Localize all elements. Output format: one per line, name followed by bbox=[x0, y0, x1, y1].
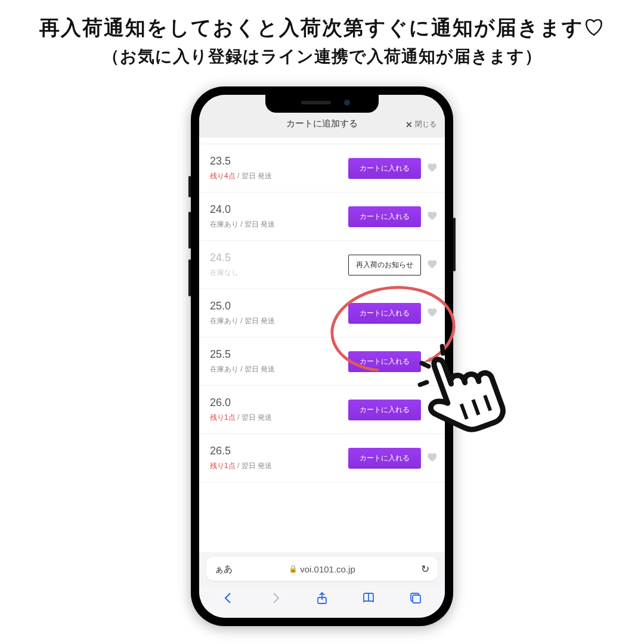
size-row: 24.0在庫あり / 翌日 発送カートに入れる bbox=[199, 193, 445, 241]
phone-mockup: カートに追加する ✕ 閉じる 23.5残り4点 / 翌日 発送カートに入れる24… bbox=[191, 86, 453, 626]
share-button[interactable] bbox=[315, 591, 329, 608]
add-to-cart-button[interactable]: カートに入れる bbox=[348, 448, 421, 469]
text-size-control[interactable]: ぁあ bbox=[215, 564, 233, 575]
stock-status: 残り1点 / 翌日 発送 bbox=[210, 461, 272, 471]
lock-icon: 🔒 bbox=[289, 565, 298, 573]
size-value: 24.5 bbox=[210, 252, 239, 264]
close-button[interactable]: ✕ 閉じる bbox=[405, 119, 436, 129]
size-value: 25.5 bbox=[210, 348, 275, 361]
close-icon: ✕ bbox=[405, 120, 413, 129]
safari-address-bar: ぁあ 🔒 voi.0101.co.jp ↻ bbox=[199, 552, 445, 586]
svg-line-4 bbox=[485, 395, 490, 410]
stock-status: 残り1点 / 翌日 発送 bbox=[210, 413, 272, 423]
stock-status: 残り4点 / 翌日 発送 bbox=[210, 171, 272, 181]
stock-status: 在庫あり / 翌日 発送 bbox=[210, 219, 275, 230]
svg-line-2 bbox=[462, 404, 467, 419]
favorite-heart-icon[interactable] bbox=[426, 402, 438, 417]
size-list: 23.5残り4点 / 翌日 発送カートに入れる24.0在庫あり / 翌日 発送カ… bbox=[199, 138, 445, 552]
size-row: 26.0残り1点 / 翌日 発送カートに入れる bbox=[199, 386, 445, 434]
stock-status: 在庫あり / 翌日 発送 bbox=[210, 316, 275, 326]
size-row: 24.5在庫なし再入荷のお知らせ bbox=[199, 241, 445, 289]
size-value: 23.5 bbox=[210, 155, 272, 168]
back-button[interactable] bbox=[221, 591, 236, 608]
stock-status: 在庫なし bbox=[210, 268, 239, 278]
safari-toolbar bbox=[199, 586, 445, 618]
size-value: 25.0 bbox=[210, 300, 275, 312]
favorite-heart-icon[interactable] bbox=[426, 258, 438, 272]
phone-screen: カートに追加する ✕ 閉じる 23.5残り4点 / 翌日 発送カートに入れる24… bbox=[199, 95, 445, 618]
reload-icon[interactable]: ↻ bbox=[421, 563, 429, 575]
forward-button[interactable] bbox=[268, 591, 283, 608]
size-value: 24.0 bbox=[210, 203, 275, 216]
size-row: 25.5在庫あり / 翌日 発送カートに入れる bbox=[199, 338, 445, 386]
size-row: 23.5残り4点 / 翌日 発送カートに入れる bbox=[199, 144, 445, 193]
stock-status: 在庫あり / 翌日 発送 bbox=[210, 364, 275, 374]
add-to-cart-button[interactable]: カートに入れる bbox=[348, 351, 421, 372]
add-to-cart-button[interactable]: カートに入れる bbox=[348, 400, 421, 420]
phone-notch bbox=[265, 95, 379, 113]
page-domain: voi.0101.co.jp bbox=[300, 564, 355, 574]
headline-main: 再入荷通知をしておくと入荷次第すぐに通知が届きます♡ bbox=[0, 14, 644, 42]
bookmarks-button[interactable] bbox=[361, 591, 376, 608]
add-to-cart-button[interactable]: カートに入れる bbox=[348, 303, 421, 324]
size-value: 26.5 bbox=[210, 445, 272, 457]
address-field[interactable]: ぁあ 🔒 voi.0101.co.jp ↻ bbox=[206, 557, 438, 581]
add-to-cart-button[interactable]: カートに入れる bbox=[348, 158, 421, 179]
favorite-heart-icon[interactable] bbox=[426, 161, 438, 175]
add-to-cart-button[interactable]: カートに入れる bbox=[348, 206, 421, 227]
tabs-button[interactable] bbox=[408, 591, 423, 608]
svg-rect-1 bbox=[413, 595, 420, 603]
headline-sub: （お気に入り登録はライン連携で入荷通知が届きます） bbox=[0, 45, 644, 68]
favorite-heart-icon[interactable] bbox=[426, 306, 438, 320]
close-label: 閉じる bbox=[415, 119, 436, 129]
promo-headline: 再入荷通知をしておくと入荷次第すぐに通知が届きます♡ （お気に入り登録はライン連… bbox=[0, 0, 644, 68]
favorite-heart-icon[interactable] bbox=[426, 451, 438, 465]
modal-title: カートに追加する bbox=[286, 118, 358, 129]
size-row: 25.0在庫あり / 翌日 発送カートに入れる bbox=[199, 289, 445, 338]
favorite-heart-icon[interactable] bbox=[426, 354, 438, 369]
size-value: 26.0 bbox=[210, 397, 272, 409]
restock-notify-button[interactable]: 再入荷のお知らせ bbox=[348, 255, 421, 275]
svg-line-3 bbox=[473, 400, 478, 414]
favorite-heart-icon[interactable] bbox=[426, 209, 438, 224]
size-row: 26.5残り1点 / 翌日 発送カートに入れる bbox=[199, 434, 445, 482]
